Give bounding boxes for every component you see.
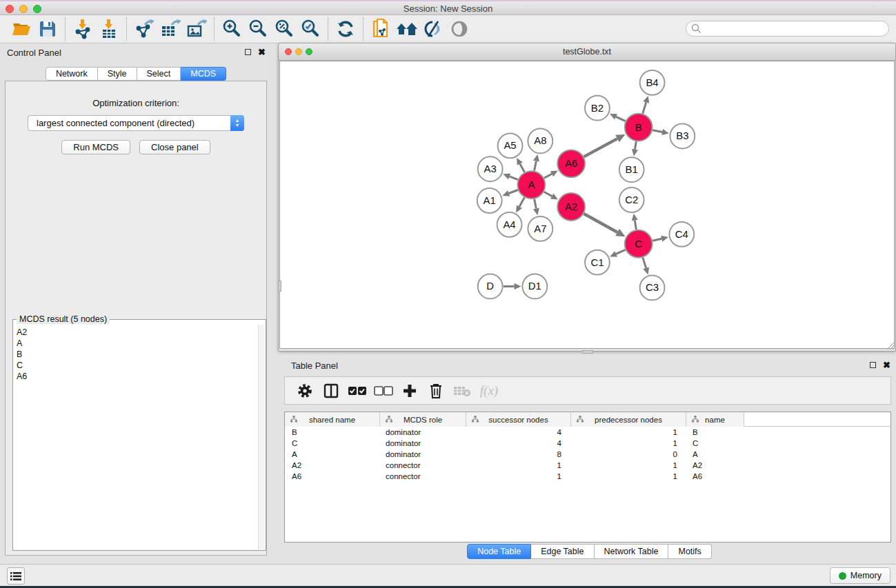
split-view-button[interactable] [321, 381, 341, 401]
task-history-button[interactable] [7, 567, 25, 585]
export-network-button[interactable] [131, 18, 157, 40]
delete-columns-button[interactable] [426, 381, 446, 401]
tab-network[interactable]: Network [46, 67, 98, 81]
column-header-successor-nodes[interactable]: successor nodes [466, 412, 571, 427]
table-cell[interactable]: A2 [686, 460, 744, 471]
table-row[interactable]: Cdominator41C [285, 438, 890, 449]
zoom-selected-button[interactable] [297, 18, 323, 40]
network-canvas[interactable]: B4B2BB3A8A5A6A3B1AC2A1A2A4A7C4CC1C3DD1 [279, 61, 895, 349]
close-panel-icon[interactable]: ✖ [258, 48, 266, 56]
mcds-result-item[interactable]: A6 [17, 371, 258, 382]
mcds-result-list[interactable]: A2ABCA6 [14, 325, 258, 549]
graph-edge-B-B4[interactable] [643, 102, 646, 113]
graph-edge-C-C3[interactable] [643, 258, 646, 268]
table-cell[interactable]: 1 [571, 427, 686, 438]
table-cell[interactable]: 0 [571, 449, 686, 460]
table-cell[interactable]: dominator [380, 427, 466, 438]
column-header-MCDS-role[interactable]: MCDS role [380, 412, 466, 427]
network-window-titlebar[interactable]: testGlobe.txt [279, 43, 895, 61]
table-row[interactable]: Bdominator41B [285, 427, 890, 438]
tab-node-table[interactable]: Node Table [467, 544, 531, 559]
graph-edge-A-A5[interactable] [520, 164, 525, 172]
close-panel-button[interactable]: Close panel [139, 140, 210, 154]
graph-edge-A-A4[interactable] [519, 197, 524, 206]
graph-edge-C-C2[interactable] [635, 221, 636, 230]
table-cell[interactable]: C [686, 438, 744, 449]
dropdown-stepper-icon[interactable]: ▲▼ [230, 115, 244, 131]
mcds-result-item[interactable]: A2 [17, 327, 258, 338]
select-all-columns-button[interactable] [347, 381, 368, 401]
table-cell[interactable]: 1 [466, 460, 571, 471]
graph-edge-B-B1[interactable] [635, 141, 636, 150]
criterion-dropdown[interactable]: largest connected component (directed) [28, 115, 244, 131]
graph-edge-B-B2[interactable] [616, 116, 626, 121]
table-cell[interactable]: 1 [571, 438, 686, 449]
tab-motifs[interactable]: Motifs [668, 544, 711, 559]
graph-edge-A-A2[interactable] [544, 192, 552, 196]
table-cell[interactable]: dominator [380, 449, 466, 460]
horizontal-scrollbar-nub[interactable] [582, 350, 593, 354]
graph-edge-A-A7[interactable] [535, 199, 537, 209]
table-cell[interactable]: A2 [285, 460, 380, 471]
save-session-button[interactable] [34, 18, 61, 40]
vertical-scrollbar-nub[interactable] [278, 281, 281, 292]
tab-style[interactable]: Style [98, 67, 137, 81]
node-table[interactable]: shared nameMCDS rolesuccessor nodesprede… [284, 412, 891, 543]
close-panel-icon[interactable]: ✖ [883, 361, 890, 369]
export-image-button[interactable] [183, 18, 210, 40]
tab-edge-table[interactable]: Edge Table [531, 544, 594, 559]
table-cell[interactable]: 1 [466, 471, 571, 482]
unselect-all-columns-button[interactable] [373, 381, 394, 401]
table-cell[interactable]: connector [380, 460, 466, 471]
table-cell[interactable]: 1 [571, 471, 686, 482]
home-layout-button[interactable] [394, 18, 420, 40]
table-cell[interactable]: A6 [285, 471, 380, 482]
table-cell[interactable]: B [285, 427, 380, 438]
graph-edge-A-A6[interactable] [544, 174, 552, 178]
table-row[interactable]: Adominator80A [285, 449, 890, 460]
table-cell[interactable]: A [285, 449, 380, 460]
table-cell[interactable]: A [686, 449, 744, 460]
table-cell[interactable]: 8 [466, 449, 571, 460]
table-row[interactable]: A2connector11A2 [285, 460, 890, 471]
graph-edge-A2-C[interactable] [584, 214, 617, 232]
import-table-button[interactable] [96, 18, 122, 40]
table-cell[interactable]: A6 [686, 471, 744, 482]
mcds-result-item[interactable]: A [17, 338, 258, 349]
hide-details-button[interactable] [420, 18, 446, 40]
graph-edge-A-A3[interactable] [510, 176, 518, 180]
resize-grip-icon[interactable] [886, 341, 895, 350]
float-panel-icon[interactable] [870, 362, 876, 368]
open-session-button[interactable] [8, 18, 34, 40]
import-network-button[interactable] [70, 18, 96, 40]
zoom-out-button[interactable] [245, 18, 271, 40]
mcds-scrollbar[interactable] [258, 325, 265, 549]
mcds-result-item[interactable]: B [17, 349, 258, 360]
search-input[interactable] [686, 21, 889, 37]
column-header-shared-name[interactable]: shared name [285, 412, 380, 427]
column-header-predecessor-nodes[interactable]: predecessor nodes [571, 412, 686, 427]
tab-network-table[interactable]: Network Table [595, 544, 669, 559]
refresh-button[interactable] [332, 18, 359, 40]
graph-edge-A-A8[interactable] [535, 161, 537, 171]
tab-select[interactable]: Select [137, 67, 181, 81]
create-column-button[interactable] [399, 381, 420, 401]
table-cell[interactable]: 4 [466, 427, 571, 438]
graph-edge-C-C4[interactable] [653, 239, 661, 241]
settings-button[interactable] [295, 381, 315, 401]
float-panel-icon[interactable] [245, 49, 251, 55]
zoom-in-button[interactable] [219, 18, 245, 40]
copy-network-view-button[interactable] [368, 18, 394, 40]
table-cell[interactable]: B [686, 427, 744, 438]
memory-button[interactable]: Memory [830, 567, 890, 584]
graph-edge-A-A1[interactable] [509, 190, 518, 194]
table-cell[interactable]: 1 [571, 460, 686, 471]
export-table-button[interactable] [157, 18, 183, 40]
show-graphics-details-button[interactable] [446, 18, 472, 40]
column-header-name[interactable]: name [686, 412, 744, 427]
mcds-result-item[interactable]: C [17, 360, 258, 371]
table-cell[interactable]: 4 [466, 438, 571, 449]
run-mcds-button[interactable]: Run MCDS [61, 140, 130, 154]
graph-edge-C-C1[interactable] [616, 250, 625, 254]
table-cell[interactable]: connector [380, 471, 466, 482]
